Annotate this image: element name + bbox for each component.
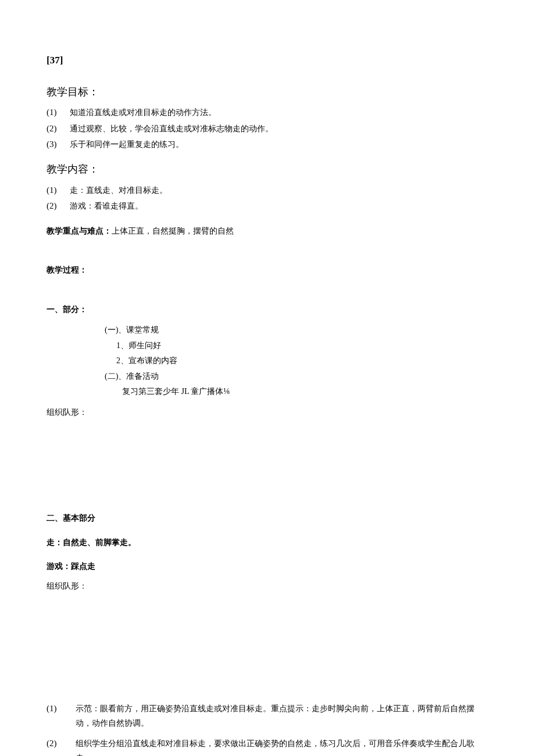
heading-part2: 二、基本部分 [47,511,488,525]
heading-goals: 教学目标： [47,83,488,101]
formation-2: 组织队形： [47,579,488,593]
list-marker: (1) [47,701,76,716]
list-text: 组织学生分组沿直线走和对准目标走，要求做出正确姿势的自然走，练习几次后，可用音乐… [76,736,488,756]
list-text: 示范：眼看前方，用正确姿势沿直线走或对准目标走。重点提示：走步时脚尖向前，上体正… [76,701,488,730]
list-text: 知道沿直线走或对准目标走的动作方法。 [70,106,488,120]
heading-keydiff: 教学重点与难点：上体正直，自然挺胸，摆臂的自然 [47,224,488,238]
content-list: (1) 走：直线走、对准目标走。 (2) 游戏：看谁走得直。 [47,183,488,214]
p1-b: (二)、准备活动 [105,369,488,385]
goals-list: (1) 知道沿直线走或对准目标走的动作方法。 (2) 通过观察、比较，学会沿直线… [47,105,488,152]
list-item: (1) 走：直线走、对准目标走。 [47,183,488,198]
list-text: 乐于和同伴一起重复走的练习。 [70,138,488,152]
list-text: 通过观察、比较，学会沿直线走或对准标志物走的动作。 [70,122,488,136]
list-marker: (3) [47,137,70,152]
heading-walk: 走：自然走、前脚掌走。 [47,536,488,550]
list-marker: (2) [47,121,70,137]
list-item: (2) 通过观察、比较，学会沿直线走或对准标志物走的动作。 [47,121,488,137]
p1-a1: 1、师生问好 [105,338,488,354]
heading-process: 教学过程： [47,263,488,277]
list-marker: (1) [47,105,70,120]
list-text: 游戏：看谁走得直。 [70,199,488,213]
list-item: (1) 示范：眼看前方，用正确姿势沿直线走或对准目标走。重点提示：走步时脚尖向前… [47,701,488,730]
list-marker: (2) [47,199,70,214]
list-marker: (2) [47,736,76,751]
list-item: (3) 乐于和同伴一起重复走的练习。 [47,137,488,152]
part1-block: (一)、课堂常规 1、师生问好 2、宣布课的内容 (二)、准备活动 复习第三套少… [105,323,488,400]
keydiff-label: 教学重点与难点： [47,227,112,235]
list-marker: (1) [47,183,70,198]
heading-game: 游戏：踩点走 [47,560,488,574]
heading-content: 教学内容： [47,160,488,178]
list-item: (2) 组织学生分组沿直线走和对准目标走，要求做出正确姿势的自然走，练习几次后，… [47,736,488,756]
p1-a2: 2、宣布课的内容 [105,353,488,369]
list-item: (1) 知道沿直线走或对准目标走的动作方法。 [47,105,488,120]
p1-b1: 复习第三套少年 JL 童广播体⅛ [105,384,488,400]
list-text: 走：直线走、对准目标走。 [70,184,488,198]
heading-part1: 一、部分： [47,303,488,317]
formation-1: 组织队形： [47,406,488,420]
p1-a: (一)、课堂常规 [105,323,488,338]
keydiff-value: 上体正直，自然挺胸，摆臂的自然 [112,227,234,235]
page-number: [37] [47,52,488,69]
list-item: (2) 游戏：看谁走得直。 [47,199,488,214]
bottom-list: (1) 示范：眼看前方，用正确姿势沿直线走或对准目标走。重点提示：走步时脚尖向前… [47,701,488,756]
